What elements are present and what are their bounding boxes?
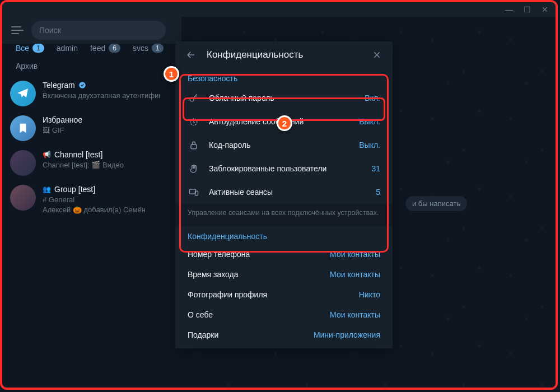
chat-subtitle: 🖼 GIF [43, 126, 160, 134]
privacy-section-label: Конфиденциальность [175, 226, 393, 244]
thumb-icon: 🖼 [43, 126, 50, 134]
row-cloud-password[interactable]: Облачный пароль Вкл. [175, 86, 393, 110]
search-input[interactable]: Поиск [31, 21, 166, 40]
chat-subtitle-1: # General [43, 195, 160, 204]
tab-badge: 1 [152, 44, 164, 53]
minimize-button[interactable]: — [505, 6, 513, 13]
chat-subtitle-2: Алексей 🎃 добавил(а) Семён [43, 206, 160, 214]
close-panel-button[interactable] [371, 49, 382, 60]
row-last-seen[interactable]: Время захода Мои контакты [175, 264, 393, 284]
lock-icon [188, 139, 200, 151]
menu-icon[interactable] [11, 26, 24, 34]
close-window-button[interactable]: ✕ [541, 6, 549, 13]
hand-icon [188, 162, 200, 175]
svg-rect-5 [195, 191, 198, 195]
annotation-number-2: 2 [277, 115, 292, 131]
row-label: О себе [188, 310, 321, 319]
tab-admin[interactable]: admin [57, 44, 78, 53]
row-phone-number[interactable]: Номер телефона Мои контакты [175, 244, 393, 264]
row-label: Код-пароль [209, 141, 350, 150]
row-blocked-users[interactable]: Заблокированные пользователи 31 [175, 157, 393, 180]
tab-label: feed [90, 44, 105, 53]
row-value: Мои контакты [330, 250, 380, 259]
chat-name: Group [test] [54, 185, 95, 194]
avatar [10, 185, 36, 211]
panel-title: Конфиденциальность [207, 49, 361, 60]
row-label: Заблокированные пользователи [209, 164, 362, 173]
tab-svcs[interactable]: svcs 1 [133, 44, 164, 53]
avatar [10, 115, 36, 141]
tab-label: Все [16, 44, 29, 53]
chat-subtitle: Channel [test]: 🎬 Видео [43, 161, 160, 169]
chat-name: Telegram [43, 81, 75, 90]
row-gifts[interactable]: Подарки Мини-приложения [175, 325, 393, 345]
tab-badge: 6 [109, 44, 120, 53]
tab-badge: 1 [32, 44, 44, 53]
back-button[interactable] [185, 49, 197, 60]
svg-rect-3 [191, 144, 197, 149]
titlebar: — ☐ ✕ [2, 2, 556, 17]
row-value: Выкл. [359, 117, 380, 126]
row-active-sessions[interactable]: Активные сеансы 5 [175, 180, 393, 204]
row-value: 31 [371, 164, 380, 173]
row-value: Никто [359, 290, 380, 299]
empty-chat-hint: и бы написать [405, 196, 467, 211]
row-value: Мои контакты [330, 310, 380, 319]
timer-icon [188, 115, 200, 128]
avatar [10, 150, 36, 176]
row-label: Облачный пароль [209, 94, 356, 102]
svg-rect-4 [190, 189, 196, 194]
svg-point-1 [190, 97, 194, 101]
chat-name: Избранное [43, 115, 82, 124]
verified-icon [78, 81, 86, 89]
avatar [10, 81, 36, 106]
row-value: Вкл. [365, 94, 380, 102]
chat-subtitle: Включена двухэтапная аутентифик [43, 91, 160, 100]
row-label: Подарки [188, 330, 305, 339]
row-value: Мои контакты [330, 270, 380, 279]
security-section-label: Безопасность [175, 68, 393, 86]
row-label: Время захода [188, 270, 321, 279]
row-bio[interactable]: О себе Мои контакты [175, 305, 393, 325]
row-value: 5 [376, 188, 380, 197]
devices-icon [188, 186, 200, 198]
annotation-number-1: 1 [164, 66, 179, 82]
chat-name: Channel [test] [54, 150, 102, 159]
row-value: Мини-приложения [314, 330, 380, 339]
row-profile-photos[interactable]: Фотографии профиля Никто [175, 284, 393, 305]
row-value: Выкл. [359, 141, 380, 150]
row-label: Номер телефона [188, 250, 321, 259]
row-label: Фотографии профиля [188, 290, 350, 299]
row-passcode[interactable]: Код-пароль Выкл. [175, 133, 393, 157]
group-icon: 👥 [43, 185, 51, 193]
tab-feed[interactable]: feed 6 [90, 44, 120, 53]
megaphone-icon: 📢 [43, 151, 51, 158]
tab-label: admin [57, 44, 78, 53]
tab-label: svcs [133, 44, 148, 53]
security-hint: Управление сеансами на всех подключённых… [175, 204, 393, 226]
privacy-panel: Конфиденциальность Безопасность Облачный… [175, 41, 393, 348]
tab-all[interactable]: Все 1 [16, 44, 44, 53]
row-label: Активные сеансы [209, 188, 367, 197]
maximize-button[interactable]: ☐ [523, 6, 531, 13]
key-icon [188, 92, 200, 104]
